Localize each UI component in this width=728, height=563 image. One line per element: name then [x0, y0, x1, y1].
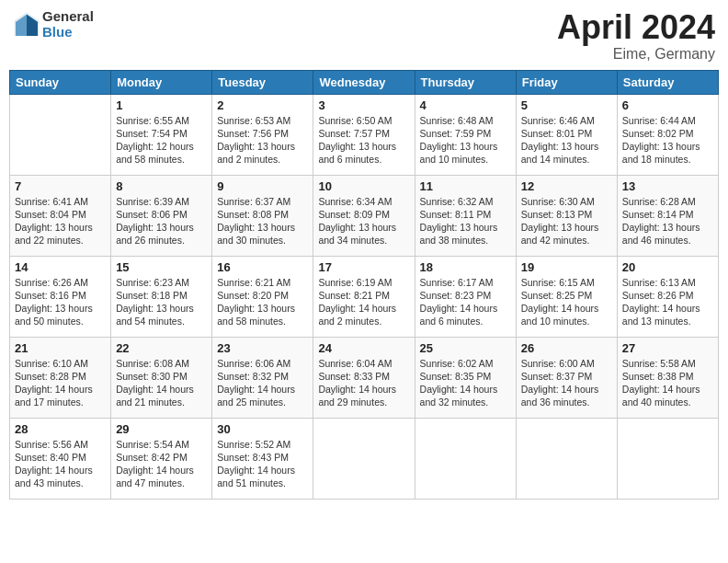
calendar-cell: 14Sunrise: 6:26 AMSunset: 8:16 PMDayligh… [10, 256, 111, 337]
calendar-cell: 16Sunrise: 6:21 AMSunset: 8:20 PMDayligh… [212, 256, 313, 337]
weekday-header-sunday: Sunday [10, 70, 111, 94]
title-block: April 2024 Eime, Germany [557, 9, 715, 63]
day-info: Sunrise: 6:53 AMSunset: 7:56 PMDaylight:… [217, 114, 308, 167]
day-number: 10 [318, 179, 409, 193]
day-number: 2 [217, 98, 308, 112]
calendar-cell: 20Sunrise: 6:13 AMSunset: 8:26 PMDayligh… [617, 256, 718, 337]
day-number: 11 [420, 179, 511, 193]
calendar-cell: 12Sunrise: 6:30 AMSunset: 8:13 PMDayligh… [516, 175, 617, 256]
location: Eime, Germany [557, 46, 715, 63]
day-number: 16 [217, 260, 308, 274]
calendar-cell: 19Sunrise: 6:15 AMSunset: 8:25 PMDayligh… [516, 256, 617, 337]
day-info: Sunrise: 6:21 AMSunset: 8:20 PMDaylight:… [217, 276, 308, 328]
calendar-cell: 27Sunrise: 5:58 AMSunset: 8:38 PMDayligh… [617, 337, 718, 418]
calendar-cell: 29Sunrise: 5:54 AMSunset: 8:42 PMDayligh… [111, 418, 212, 499]
calendar-cell: 25Sunrise: 6:02 AMSunset: 8:35 PMDayligh… [415, 337, 516, 418]
weekday-header-wednesday: Wednesday [313, 70, 415, 94]
logo-general: General [42, 9, 94, 25]
day-info: Sunrise: 6:44 AMSunset: 8:02 PMDaylight:… [622, 114, 713, 167]
week-row-2: 7Sunrise: 6:41 AMSunset: 8:04 PMDaylight… [10, 175, 719, 256]
day-info: Sunrise: 5:58 AMSunset: 8:38 PMDaylight:… [622, 357, 713, 409]
day-number: 29 [116, 422, 207, 436]
day-info: Sunrise: 6:15 AMSunset: 8:25 PMDaylight:… [521, 276, 612, 328]
weekday-header-row: SundayMondayTuesdayWednesdayThursdayFrid… [10, 70, 719, 94]
day-info: Sunrise: 6:06 AMSunset: 8:32 PMDaylight:… [217, 357, 308, 409]
day-info: Sunrise: 5:54 AMSunset: 8:42 PMDaylight:… [116, 438, 207, 490]
calendar-cell: 4Sunrise: 6:48 AMSunset: 7:59 PMDaylight… [415, 94, 516, 175]
calendar-cell: 17Sunrise: 6:19 AMSunset: 8:21 PMDayligh… [313, 256, 415, 337]
day-number: 27 [622, 341, 713, 355]
logo-icon [13, 11, 40, 39]
day-info: Sunrise: 6:17 AMSunset: 8:23 PMDaylight:… [420, 276, 511, 328]
day-number: 14 [15, 260, 106, 274]
calendar-cell: 28Sunrise: 5:56 AMSunset: 8:40 PMDayligh… [10, 418, 111, 499]
day-number: 18 [420, 260, 511, 274]
day-info: Sunrise: 6:55 AMSunset: 7:54 PMDaylight:… [116, 114, 207, 167]
calendar-cell: 13Sunrise: 6:28 AMSunset: 8:14 PMDayligh… [617, 175, 718, 256]
calendar-cell: 26Sunrise: 6:00 AMSunset: 8:37 PMDayligh… [516, 337, 617, 418]
day-info: Sunrise: 6:48 AMSunset: 7:59 PMDaylight:… [420, 114, 511, 167]
day-info: Sunrise: 5:56 AMSunset: 8:40 PMDaylight:… [15, 438, 106, 490]
calendar-cell: 22Sunrise: 6:08 AMSunset: 8:30 PMDayligh… [111, 337, 212, 418]
day-number: 8 [116, 179, 207, 193]
day-number: 19 [521, 260, 612, 274]
day-info: Sunrise: 6:41 AMSunset: 8:04 PMDaylight:… [15, 195, 106, 247]
calendar-cell: 7Sunrise: 6:41 AMSunset: 8:04 PMDaylight… [10, 175, 111, 256]
day-info: Sunrise: 6:34 AMSunset: 8:09 PMDaylight:… [318, 195, 409, 247]
calendar-cell: 3Sunrise: 6:50 AMSunset: 7:57 PMDaylight… [313, 94, 415, 175]
day-number: 28 [15, 422, 106, 436]
day-info: Sunrise: 6:46 AMSunset: 8:01 PMDaylight:… [521, 114, 612, 167]
month-title: April 2024 [557, 9, 715, 46]
calendar-cell: 30Sunrise: 5:52 AMSunset: 8:43 PMDayligh… [212, 418, 313, 499]
weekday-header-tuesday: Tuesday [212, 70, 313, 94]
calendar-table: SundayMondayTuesdayWednesdayThursdayFrid… [9, 70, 719, 500]
day-number: 3 [318, 98, 409, 112]
day-number: 21 [15, 341, 106, 355]
day-number: 26 [521, 341, 612, 355]
week-row-5: 28Sunrise: 5:56 AMSunset: 8:40 PMDayligh… [10, 418, 719, 499]
week-row-3: 14Sunrise: 6:26 AMSunset: 8:16 PMDayligh… [10, 256, 719, 337]
weekday-header-thursday: Thursday [415, 70, 516, 94]
logo: General Blue [13, 9, 94, 40]
day-number: 24 [318, 341, 409, 355]
calendar-cell: 2Sunrise: 6:53 AMSunset: 7:56 PMDaylight… [212, 94, 313, 175]
day-info: Sunrise: 6:28 AMSunset: 8:14 PMDaylight:… [622, 195, 713, 247]
day-number: 13 [622, 179, 713, 193]
logo-blue-text: Blue [42, 25, 94, 40]
day-info: Sunrise: 6:37 AMSunset: 8:08 PMDaylight:… [217, 195, 308, 247]
week-row-1: 1Sunrise: 6:55 AMSunset: 7:54 PMDaylight… [10, 94, 719, 175]
weekday-header-friday: Friday [516, 70, 617, 94]
page-header: General Blue April 2024 Eime, Germany [9, 9, 719, 63]
day-info: Sunrise: 6:10 AMSunset: 8:28 PMDaylight:… [15, 357, 106, 409]
calendar-cell: 9Sunrise: 6:37 AMSunset: 8:08 PMDaylight… [212, 175, 313, 256]
day-info: Sunrise: 6:13 AMSunset: 8:26 PMDaylight:… [622, 276, 713, 328]
weekday-header-saturday: Saturday [617, 70, 718, 94]
day-number: 15 [116, 260, 207, 274]
calendar-cell: 24Sunrise: 6:04 AMSunset: 8:33 PMDayligh… [313, 337, 415, 418]
calendar-cell: 5Sunrise: 6:46 AMSunset: 8:01 PMDaylight… [516, 94, 617, 175]
day-number: 5 [521, 98, 612, 112]
calendar-cell: 8Sunrise: 6:39 AMSunset: 8:06 PMDaylight… [111, 175, 212, 256]
day-info: Sunrise: 6:19 AMSunset: 8:21 PMDaylight:… [318, 276, 409, 328]
logo-text: General Blue [42, 9, 94, 40]
day-info: Sunrise: 6:39 AMSunset: 8:06 PMDaylight:… [116, 195, 207, 247]
day-number: 9 [217, 179, 308, 193]
day-number: 25 [420, 341, 511, 355]
day-number: 22 [116, 341, 207, 355]
day-info: Sunrise: 6:08 AMSunset: 8:30 PMDaylight:… [116, 357, 207, 409]
day-info: Sunrise: 6:26 AMSunset: 8:16 PMDaylight:… [15, 276, 106, 328]
weekday-header-monday: Monday [111, 70, 212, 94]
day-info: Sunrise: 6:50 AMSunset: 7:57 PMDaylight:… [318, 114, 409, 167]
calendar-cell: 15Sunrise: 6:23 AMSunset: 8:18 PMDayligh… [111, 256, 212, 337]
calendar-cell: 23Sunrise: 6:06 AMSunset: 8:32 PMDayligh… [212, 337, 313, 418]
calendar-cell: 18Sunrise: 6:17 AMSunset: 8:23 PMDayligh… [415, 256, 516, 337]
calendar-cell: 21Sunrise: 6:10 AMSunset: 8:28 PMDayligh… [10, 337, 111, 418]
day-info: Sunrise: 6:02 AMSunset: 8:35 PMDaylight:… [420, 357, 511, 409]
day-number: 1 [116, 98, 207, 112]
calendar-cell: 10Sunrise: 6:34 AMSunset: 8:09 PMDayligh… [313, 175, 415, 256]
day-info: Sunrise: 6:04 AMSunset: 8:33 PMDaylight:… [318, 357, 409, 409]
calendar-cell [10, 94, 111, 175]
day-info: Sunrise: 6:32 AMSunset: 8:11 PMDaylight:… [420, 195, 511, 247]
day-number: 7 [15, 179, 106, 193]
calendar-cell: 1Sunrise: 6:55 AMSunset: 7:54 PMDaylight… [111, 94, 212, 175]
